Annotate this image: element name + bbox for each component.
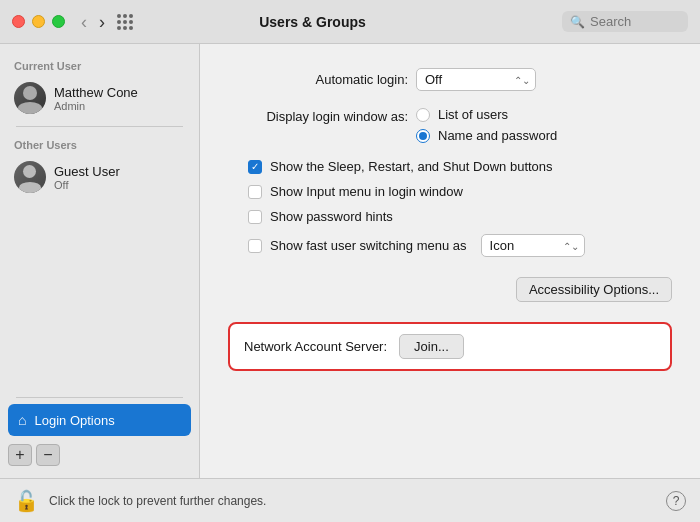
sidebar-actions: + − [8, 444, 191, 470]
avatar [14, 82, 46, 114]
automatic-login-select-wrapper: Off ⌃⌄ [416, 68, 536, 91]
traffic-lights [12, 15, 65, 28]
display-login-radio-group: List of users Name and password [416, 107, 557, 143]
list-of-users-radio-row[interactable]: List of users [416, 107, 557, 122]
checkbox-group: Show the Sleep, Restart, and Shut Down b… [248, 159, 672, 257]
search-box[interactable]: 🔍 [562, 11, 688, 32]
home-icon: ⌂ [18, 412, 26, 428]
sidebar-bottom: ⌂ Login Options + − [0, 391, 199, 478]
sleep-checkbox[interactable] [248, 160, 262, 174]
automatic-login-label: Automatic login: [228, 72, 408, 87]
guest-user-item[interactable]: Guest User Off [8, 155, 191, 199]
user-name: Matthew Cone [54, 85, 138, 100]
name-and-password-label: Name and password [438, 128, 557, 143]
accessibility-row: Accessibility Options... [228, 277, 672, 302]
fast-user-select[interactable]: Icon Name Short Name [481, 234, 585, 257]
automatic-login-row: Automatic login: Off ⌃⌄ [228, 68, 672, 91]
search-input[interactable] [590, 14, 680, 29]
name-and-password-radio[interactable] [416, 129, 430, 143]
fast-user-select-wrapper: Icon Name Short Name ⌃⌄ [481, 234, 585, 257]
main-content: Current User Matthew Cone Admin Other Us… [0, 44, 700, 478]
help-button[interactable]: ? [666, 491, 686, 511]
fast-user-checkbox-row: Show fast user switching menu as Icon Na… [248, 234, 672, 257]
automatic-login-select[interactable]: Off [416, 68, 536, 91]
avatar [14, 161, 46, 193]
user-name: Guest User [54, 164, 120, 179]
sleep-checkbox-row: Show the Sleep, Restart, and Shut Down b… [248, 159, 672, 174]
bottom-bar: 🔓 Click the lock to prevent further chan… [0, 478, 700, 522]
sidebar-inner: Current User Matthew Cone Admin Other Us… [0, 44, 199, 391]
login-options-label: Login Options [34, 413, 114, 428]
list-of-users-radio[interactable] [416, 108, 430, 122]
user-role: Off [54, 179, 120, 191]
network-account-row: Network Account Server: Join... [228, 322, 672, 371]
current-user-section-label: Current User [8, 54, 191, 76]
sidebar: Current User Matthew Cone Admin Other Us… [0, 44, 200, 478]
close-button[interactable] [12, 15, 25, 28]
titlebar: ‹ › Users & Groups 🔍 [0, 0, 700, 44]
display-login-label: Display login window as: [228, 107, 408, 124]
password-hints-checkbox[interactable] [248, 210, 262, 224]
network-account-label: Network Account Server: [244, 339, 387, 354]
user-role: Admin [54, 100, 138, 112]
current-user-item[interactable]: Matthew Cone Admin [8, 76, 191, 120]
fast-user-checkbox[interactable] [248, 239, 262, 253]
join-button[interactable]: Join... [399, 334, 464, 359]
input-menu-checkbox-row: Show Input menu in login window [248, 184, 672, 199]
display-login-row: Display login window as: List of users N… [228, 107, 672, 143]
add-user-button[interactable]: + [8, 444, 32, 466]
user-info: Matthew Cone Admin [54, 85, 138, 112]
input-menu-label: Show Input menu in login window [270, 184, 463, 199]
sleep-label: Show the Sleep, Restart, and Shut Down b… [270, 159, 553, 174]
window-title: Users & Groups [63, 14, 562, 30]
accessibility-options-button[interactable]: Accessibility Options... [516, 277, 672, 302]
lock-icon[interactable]: 🔓 [14, 489, 39, 513]
fast-user-label: Show fast user switching menu as [270, 238, 467, 253]
sidebar-divider [16, 397, 183, 398]
other-users-section-label: Other Users [8, 133, 191, 155]
user-info: Guest User Off [54, 164, 120, 191]
password-hints-checkbox-row: Show password hints [248, 209, 672, 224]
password-hints-label: Show password hints [270, 209, 393, 224]
remove-user-button[interactable]: − [36, 444, 60, 466]
settings-panel: Automatic login: Off ⌃⌄ Display login wi… [200, 44, 700, 478]
list-of-users-label: List of users [438, 107, 508, 122]
input-menu-checkbox[interactable] [248, 185, 262, 199]
name-and-password-radio-row[interactable]: Name and password [416, 128, 557, 143]
login-options-button[interactable]: ⌂ Login Options [8, 404, 191, 436]
lock-text: Click the lock to prevent further change… [49, 494, 266, 508]
minimize-button[interactable] [32, 15, 45, 28]
search-icon: 🔍 [570, 15, 585, 29]
sidebar-divider [16, 126, 183, 127]
